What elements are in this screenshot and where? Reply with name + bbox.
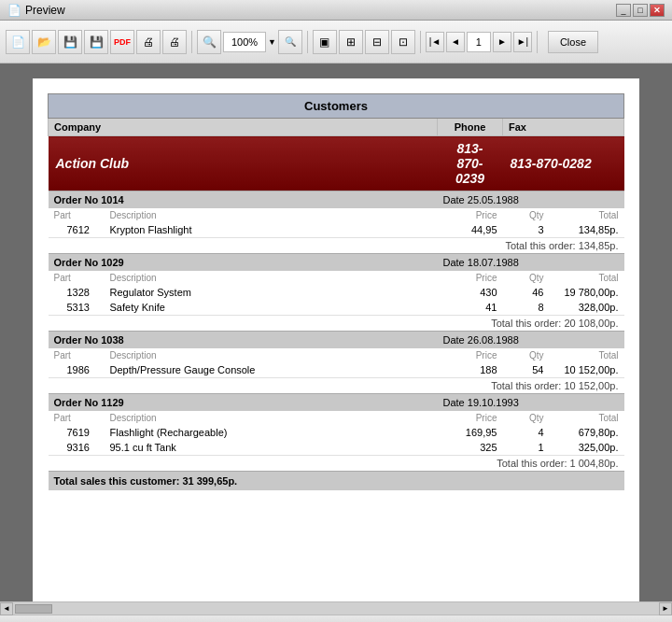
save-button[interactable]: 💾 xyxy=(58,30,82,54)
col-total: Total xyxy=(550,348,624,362)
item-price: 44,95 xyxy=(438,222,503,238)
item-qty: 3 xyxy=(503,222,550,238)
page-number-input[interactable] xyxy=(467,32,491,52)
report-title: Customers xyxy=(49,94,624,119)
next-page-button[interactable]: ► xyxy=(493,32,511,52)
save2-button[interactable]: 💾 xyxy=(84,30,108,54)
table-row: 9316 95.1 cu ft Tank 325 1 325,00p. xyxy=(49,440,624,456)
phone-header: Phone xyxy=(438,119,503,136)
item-price: 41 xyxy=(438,300,503,316)
view1-button[interactable]: ▣ xyxy=(313,30,337,54)
maximize-button[interactable]: □ xyxy=(633,4,648,17)
view2-button[interactable]: ⊞ xyxy=(339,30,363,54)
horizontal-scrollbar[interactable]: ◄ ► xyxy=(0,601,672,615)
print-button[interactable]: 🖨 xyxy=(136,30,161,54)
zoom-dropdown-icon[interactable]: ▼ xyxy=(268,37,276,47)
col-description: Description xyxy=(105,348,438,362)
zoom-out-button[interactable]: 🔍 xyxy=(278,30,302,54)
col-description: Description xyxy=(105,271,438,285)
item-price: 430 xyxy=(438,285,503,300)
minimize-button[interactable]: _ xyxy=(616,4,631,17)
item-description: Regulator System xyxy=(105,285,438,300)
table-row: 5313 Safety Knife 41 8 328,00p. xyxy=(49,300,624,316)
col-header-row: Part Description Price Qty Total xyxy=(49,411,624,425)
item-total: 10 152,00p. xyxy=(550,362,624,378)
separator-4 xyxy=(537,31,538,53)
order-date: Date 19.10.1993 xyxy=(438,394,624,412)
close-preview-button[interactable]: Close xyxy=(548,31,598,53)
col-part: Part xyxy=(49,208,105,222)
zoom-box: ▼ xyxy=(223,32,276,52)
order-subtotal: Total this order: 134,85p. xyxy=(49,238,624,254)
pdf-button[interactable]: PDF xyxy=(110,30,134,54)
toolbar: 📄 📂 💾 💾 PDF 🖨 🖨 🔍 ▼ 🔍 ▣ ⊞ ⊟ ⊡ |◄ ◄ ► ►| … xyxy=(0,21,672,64)
item-description: Depth/Pressure Gauge Console xyxy=(105,362,438,378)
order-subtotal-row: Total this order: 20 108,00p. xyxy=(49,316,624,332)
prev-page-button[interactable]: ◄ xyxy=(446,32,465,52)
app-icon: 📄 xyxy=(7,4,21,17)
first-page-button[interactable]: |◄ xyxy=(426,32,444,52)
order-no: Order No 1014 xyxy=(49,191,438,209)
order-date: Date 26.08.1988 xyxy=(438,332,624,349)
report-table: Customers Company Phone Fax Action Club … xyxy=(48,93,624,490)
item-qty: 46 xyxy=(503,285,550,300)
scrollbar-thumb[interactable] xyxy=(15,604,52,614)
item-part: 7612 xyxy=(49,222,105,238)
zoom-input[interactable] xyxy=(223,32,266,52)
scroll-right-button[interactable]: ► xyxy=(659,602,672,615)
order-date: Date 18.07.1988 xyxy=(438,254,624,272)
item-description: Krypton Flashlight xyxy=(105,222,438,238)
new-button[interactable]: 📄 xyxy=(6,30,30,54)
order-no: Order No 1129 xyxy=(49,394,438,412)
col-price: Price xyxy=(438,411,503,425)
col-qty: Qty xyxy=(503,348,550,362)
zoom-in-button[interactable]: 🔍 xyxy=(197,30,221,54)
order-header-row: Order No 1038 Date 26.08.1988 xyxy=(49,332,624,349)
col-description: Description xyxy=(105,208,438,222)
col-price: Price xyxy=(438,208,503,222)
separator-3 xyxy=(420,31,421,53)
table-row: 1328 Regulator System 430 46 19 780,00p. xyxy=(49,285,624,300)
col-part: Part xyxy=(49,348,105,362)
col-part: Part xyxy=(49,411,105,425)
col-qty: Qty xyxy=(503,411,550,425)
item-total: 325,00p. xyxy=(550,440,624,456)
col-total: Total xyxy=(550,411,624,425)
col-price: Price xyxy=(438,271,503,285)
separator-1 xyxy=(191,31,192,53)
view4-button[interactable]: ⊡ xyxy=(391,30,415,54)
print2-button[interactable]: 🖨 xyxy=(162,30,187,54)
order-header-row: Order No 1029 Date 18.07.1988 xyxy=(49,254,624,272)
col-total: Total xyxy=(550,271,624,285)
item-qty: 1 xyxy=(503,440,550,456)
grand-total-row: Total sales this customer: 31 399,65p. xyxy=(49,472,624,491)
col-qty: Qty xyxy=(503,271,550,285)
item-qty: 4 xyxy=(503,425,550,440)
scrollbar-track xyxy=(13,602,659,615)
item-description: Safety Knife xyxy=(105,300,438,316)
open-button[interactable]: 📂 xyxy=(32,30,56,54)
close-window-button[interactable]: ✕ xyxy=(650,4,665,17)
status-bar: Page 1 of 66 xyxy=(0,615,672,622)
scroll-left-button[interactable]: ◄ xyxy=(0,602,13,615)
order-subtotal: Total this order: 10 152,00p. xyxy=(49,378,624,394)
item-total: 19 780,00p. xyxy=(550,285,624,300)
item-description: 95.1 cu ft Tank xyxy=(105,440,438,456)
item-total: 328,00p. xyxy=(550,300,624,316)
item-part: 7619 xyxy=(49,425,105,440)
table-row: 7619 Flashlight (Rechargeable) 169,95 4 … xyxy=(49,425,624,440)
col-header-row: Part Description Price Qty Total xyxy=(49,208,624,222)
customer-phone: 813-870-0239 xyxy=(438,136,503,191)
view3-button[interactable]: ⊟ xyxy=(365,30,389,54)
item-part: 1986 xyxy=(49,362,105,378)
order-no: Order No 1029 xyxy=(49,254,438,272)
last-page-button[interactable]: ►| xyxy=(513,32,532,52)
document: Customers Company Phone Fax Action Club … xyxy=(33,78,639,601)
item-price: 325 xyxy=(438,440,503,456)
order-subtotal: Total this order: 1 004,80p. xyxy=(49,456,624,472)
item-qty: 8 xyxy=(503,300,550,316)
col-header-row: Part Description Price Qty Total xyxy=(49,271,624,285)
company-header: Company xyxy=(49,119,438,136)
customer-fax: 813-870-0282 xyxy=(503,136,624,191)
separator-2 xyxy=(307,31,308,53)
